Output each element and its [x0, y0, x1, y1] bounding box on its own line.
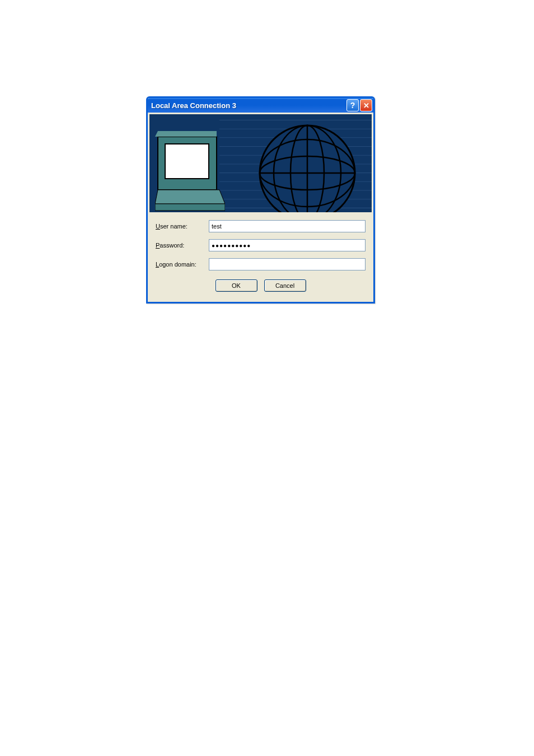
svg-rect-22	[155, 204, 225, 211]
globe-icon	[257, 123, 358, 212]
banner-image	[149, 114, 372, 212]
titlebar-buttons: ? ✕	[346, 99, 372, 111]
password-row: Password:	[156, 239, 366, 251]
cancel-button[interactable]: Cancel	[264, 279, 306, 292]
svg-marker-23	[155, 131, 217, 137]
logon-domain-label: Logon domain:	[156, 261, 209, 268]
ok-button[interactable]: OK	[216, 279, 257, 292]
window-title: Local Area Connection 3	[151, 101, 346, 110]
logon-domain-row: Logon domain:	[156, 258, 366, 270]
username-label: User name:	[156, 223, 209, 230]
login-dialog: Local Area Connection 3 ? ✕	[146, 96, 375, 304]
username-input[interactable]	[209, 220, 366, 232]
help-button[interactable]: ?	[346, 99, 359, 111]
titlebar[interactable]: Local Area Connection 3 ? ✕	[148, 98, 373, 113]
svg-marker-21	[155, 190, 225, 204]
help-icon: ?	[350, 101, 355, 110]
logon-domain-input[interactable]	[209, 258, 366, 270]
form-area: User name: Password: Logon domain: OK Ca…	[148, 212, 373, 302]
monitor-icon	[155, 128, 225, 212]
close-icon: ✕	[363, 101, 369, 110]
svg-rect-20	[165, 144, 209, 179]
password-label: Password:	[156, 242, 209, 249]
close-button[interactable]: ✕	[360, 99, 372, 111]
password-input[interactable]	[209, 239, 366, 251]
button-row: OK Cancel	[156, 279, 366, 292]
username-row: User name:	[156, 220, 366, 232]
